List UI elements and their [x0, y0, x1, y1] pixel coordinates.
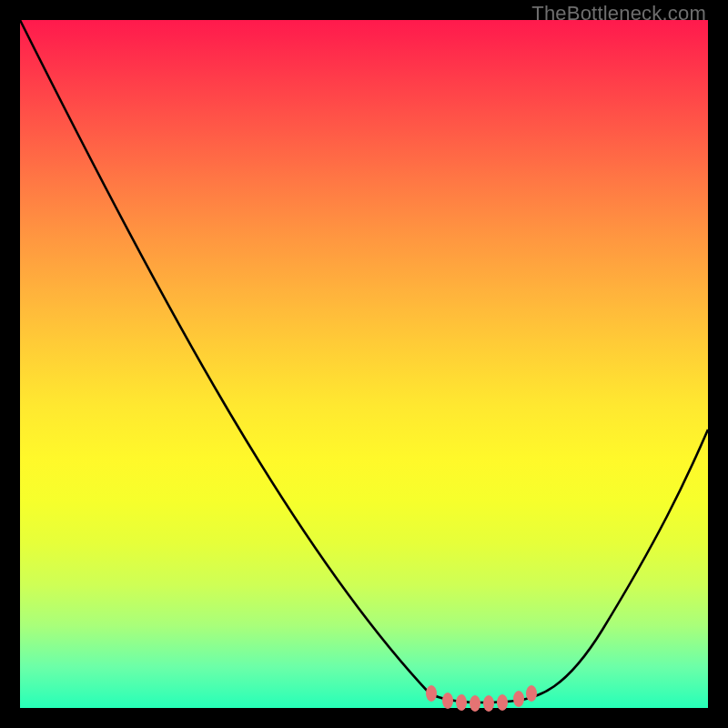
marker-dot	[497, 694, 508, 711]
marker-dot	[513, 691, 524, 707]
marker-dot	[426, 685, 437, 702]
marker-dot	[526, 685, 537, 702]
marker-dot	[456, 694, 467, 711]
marker-dot	[470, 695, 480, 712]
marker-dot	[483, 695, 494, 712]
marker-group	[426, 685, 537, 712]
chart-frame: TheBottleneck.com	[0, 0, 728, 728]
marker-dot	[442, 693, 453, 709]
highlight-markers	[20, 20, 708, 708]
plot-area	[20, 20, 708, 708]
